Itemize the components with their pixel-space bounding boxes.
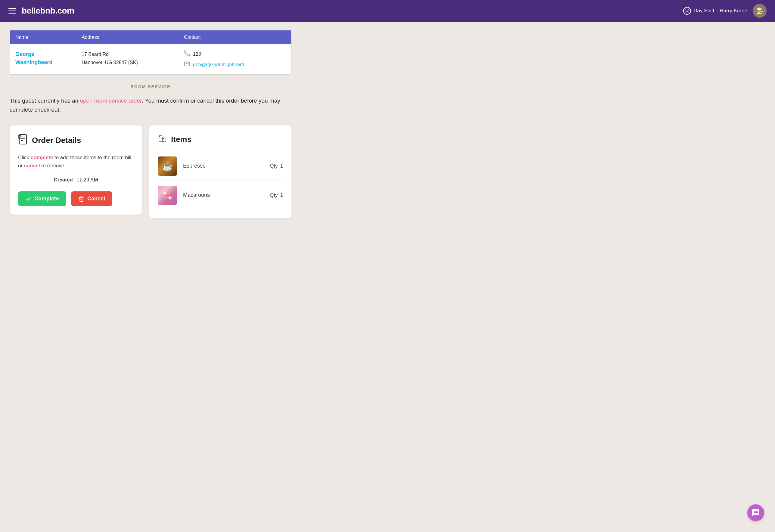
created-time: 11:29 AM (76, 177, 98, 183)
created-row: Created 11:29 AM (18, 177, 134, 183)
cancel-icon (78, 196, 84, 202)
table-header: Name Address Contact (10, 30, 291, 44)
user-name: Harry Krane (720, 8, 747, 14)
item-name-espresso: Espresso (183, 163, 264, 169)
list-item: Espresso Qty. 1 (158, 152, 283, 181)
table-body: George Washingbeard 17 Beard Rd Hannover… (10, 44, 291, 74)
svg-rect-16 (159, 136, 160, 137)
email-row: geo@rge.washignbeard (184, 61, 286, 68)
contact-info: 123 geo@rge.washignbeard (184, 50, 286, 68)
header-right: Day Shift Harry Krane 👨‍🍳 (683, 4, 767, 18)
items-icon (158, 134, 167, 145)
main-content: Name Address Contact George Washingbeard… (0, 22, 301, 227)
items-card-title-row: Items (158, 134, 283, 145)
svg-point-0 (686, 10, 688, 12)
svg-line-4 (689, 12, 689, 12)
phone-icon (184, 50, 190, 58)
col-address: Address (82, 35, 184, 40)
complete-link: complete (31, 155, 53, 160)
section-divider: ROOM SERVICE (10, 84, 291, 89)
svg-rect-19 (163, 137, 166, 142)
items-card: Items Espresso Qty. 1 Macaroons Qty. 1 (149, 125, 291, 218)
item-qty-espresso: Qty. 1 (270, 163, 283, 169)
section-title: ROOM SERVICE (131, 84, 171, 89)
svg-line-3 (686, 9, 686, 10)
phone-row: 123 (184, 50, 286, 58)
shift-indicator: Day Shift (683, 7, 714, 15)
cancel-button[interactable]: Cancel (71, 191, 112, 206)
espresso-image (158, 156, 177, 176)
avatar: 👨‍🍳 (753, 4, 767, 18)
svg-rect-17 (159, 138, 160, 138)
email-address[interactable]: geo@rge.washignbeard (193, 62, 244, 67)
guest-table: Name Address Contact George Washingbeard… (10, 30, 291, 75)
divider-left (10, 87, 126, 87)
divider-right (175, 87, 291, 87)
card-actions: Complete Cancel (18, 191, 134, 206)
cards-row: Order Details Click complete to add thes… (10, 125, 291, 218)
notice-text: This guest currently has an open room se… (10, 96, 291, 115)
order-details-card: Order Details Click complete to add thes… (10, 125, 142, 215)
col-contact: Contact (184, 35, 286, 40)
open-order-link[interactable]: open room service order (80, 97, 142, 104)
created-label: Created (54, 177, 73, 183)
guest-name[interactable]: George Washingbeard (15, 50, 82, 67)
order-description: Click complete to add these items to the… (18, 153, 134, 170)
chat-icon (752, 509, 760, 517)
order-details-icon (18, 134, 28, 147)
macaroon-image (158, 186, 177, 205)
item-name-macaroon: Macaroons (183, 192, 264, 198)
col-name: Name (15, 35, 82, 40)
guest-address: 17 Beard Rd Hannover, UG 02847 (SK) (82, 50, 184, 67)
svg-rect-10 (19, 135, 26, 144)
order-card-title-row: Order Details (18, 134, 134, 147)
items-list: Espresso Qty. 1 Macaroons Qty. 1 (158, 152, 283, 210)
header-left: bellebnb.com (8, 6, 74, 16)
svg-rect-21 (163, 140, 165, 140)
svg-line-8 (689, 9, 689, 10)
chat-button[interactable] (747, 504, 764, 521)
cancel-link: cancel (24, 163, 40, 169)
items-card-title: Items (171, 135, 191, 144)
checkmark-icon (25, 196, 31, 202)
order-card-title: Order Details (32, 136, 81, 145)
phone-number: 123 (193, 51, 201, 57)
logo: bellebnb.com (22, 6, 74, 16)
svg-rect-18 (159, 139, 160, 139)
svg-rect-20 (163, 138, 164, 139)
sun-icon (683, 7, 691, 15)
item-qty-macaroon: Qty. 1 (270, 192, 283, 198)
hamburger-menu[interactable] (8, 8, 16, 14)
email-icon (184, 61, 190, 68)
list-item: Macaroons Qty. 1 (158, 181, 283, 210)
svg-line-7 (686, 12, 686, 12)
complete-button[interactable]: Complete (18, 191, 66, 206)
shift-label: Day Shift (693, 8, 714, 14)
header: bellebnb.com Day Shift Harry Krane (0, 0, 775, 22)
